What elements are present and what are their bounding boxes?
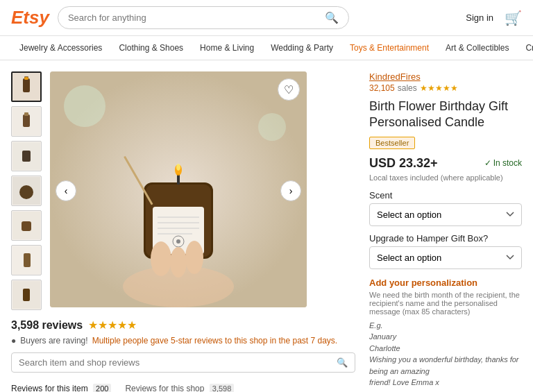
- cart-icon[interactable]: 🛒: [505, 10, 522, 26]
- buyers-raving-static: Buyers are raving!: [20, 336, 87, 346]
- next-image-button[interactable]: ›: [280, 180, 301, 201]
- nav-item-craft[interactable]: Craft Supplies & Tools: [517, 36, 533, 60]
- product-title: Birth Flower Birthday Gift Personalised …: [369, 99, 522, 131]
- reviews-stars: ★★★★★: [88, 318, 137, 332]
- main-image-container: ‹ › ♡: [50, 71, 307, 310]
- nav-item-jewelry[interactable]: Jewelry & Accessories: [11, 36, 110, 60]
- tab-shop-count: 3,598: [210, 384, 235, 392]
- svg-rect-5: [23, 114, 30, 127]
- product-price: USD 23.32+: [369, 156, 438, 171]
- svg-point-36: [258, 113, 286, 141]
- review-search-input[interactable]: [19, 357, 331, 368]
- hamper-label: Upgrade to Hamper Gift Box?: [369, 233, 522, 244]
- svg-rect-14: [24, 253, 31, 267]
- tax-note: Local taxes included (where applicable): [369, 173, 522, 182]
- svg-point-33: [170, 247, 187, 278]
- thumbnail-6[interactable]: [11, 245, 42, 275]
- review-search-icon[interactable]: 🔍: [337, 357, 348, 368]
- thumbnail-7[interactable]: [11, 280, 42, 310]
- buyers-raving-highlight: Multiple people gave 5-star reviews to t…: [92, 336, 338, 346]
- tab-reviews-shop[interactable]: Reviews for this shop 3,598: [125, 380, 234, 392]
- shop-sales: 32,105 sales ★★★★★: [369, 83, 522, 93]
- etsy-logo[interactable]: Etsy: [11, 7, 49, 28]
- tab-item-label: Reviews for this item: [11, 384, 88, 392]
- svg-point-30: [176, 164, 180, 171]
- personalization-example: E.g. January Charlotte Wishing you a won…: [369, 320, 522, 389]
- right-arrow-icon: ›: [289, 185, 293, 196]
- right-panel: KindredFires 32,105 sales ★★★★★ Birth Fl…: [369, 71, 522, 392]
- search-button[interactable]: 🔍: [325, 11, 339, 24]
- tab-item-count: 200: [93, 384, 111, 392]
- thumbnail-4[interactable]: [11, 176, 42, 206]
- nav-item-clothing[interactable]: Clothing & Shoes: [110, 36, 192, 60]
- reviews-section: 3,598 reviews ★★★★★ ● Buyers are raving!…: [11, 318, 355, 392]
- svg-rect-6: [24, 112, 28, 116]
- reviews-header: 3,598 reviews ★★★★★: [11, 318, 355, 332]
- svg-point-35: [64, 85, 105, 127]
- reviews-count: 3,598 reviews: [11, 319, 83, 332]
- hamper-select[interactable]: Select an option: [369, 246, 522, 269]
- svg-rect-8: [22, 151, 31, 162]
- signin-link[interactable]: Sign in: [466, 12, 493, 23]
- search-input[interactable]: [68, 12, 319, 23]
- svg-point-34: [185, 241, 203, 274]
- thumbnail-3[interactable]: [11, 141, 42, 171]
- scent-select[interactable]: Select an option: [369, 203, 522, 226]
- thumbnail-5[interactable]: [11, 210, 42, 241]
- price-row: USD 23.32+ ✓ In stock: [369, 156, 522, 171]
- bestseller-badge: Bestseller: [369, 137, 415, 149]
- thumbnail-1[interactable]: [11, 71, 42, 102]
- main-nav: Jewelry & Accessories Clothing & Shoes H…: [0, 36, 533, 60]
- personalization-section: Add your personalization We need the bir…: [369, 278, 522, 392]
- heart-icon: ♡: [284, 83, 294, 96]
- svg-point-10: [19, 185, 33, 199]
- buyers-raving-banner: ● Buyers are raving! Multiple people gav…: [11, 336, 355, 346]
- personalization-desc: We need the birth month of the recipient…: [369, 291, 522, 316]
- raving-icon: ●: [11, 336, 16, 346]
- svg-rect-16: [23, 289, 30, 301]
- nav-item-wedding[interactable]: Wedding & Party: [262, 36, 341, 60]
- tab-reviews-item[interactable]: Reviews for this item 200: [11, 380, 111, 392]
- review-tabs: Reviews for this item 200 Reviews for th…: [11, 380, 355, 392]
- nav-item-toys[interactable]: Toys & Entertainment: [341, 36, 437, 60]
- search-bar: 🔍: [58, 6, 349, 29]
- header: Etsy 🔍 Sign in 🛒: [0, 0, 533, 36]
- svg-point-27: [176, 239, 180, 244]
- main-content: ‹ › ♡ 3,598 reviews ★★★★★ ● Buyers are r…: [0, 60, 533, 392]
- checkmark-icon: ✓: [484, 158, 491, 168]
- nav-item-home[interactable]: Home & Living: [192, 36, 262, 60]
- tab-shop-label: Reviews for this shop: [125, 384, 204, 392]
- svg-rect-28: [177, 174, 180, 185]
- sales-count: 32,105: [369, 83, 395, 93]
- svg-point-3: [24, 77, 28, 80]
- svg-rect-1: [23, 78, 30, 92]
- shop-name[interactable]: KindredFires: [369, 71, 522, 82]
- favorite-button[interactable]: ♡: [278, 78, 300, 101]
- in-stock-badge: ✓ In stock: [484, 158, 522, 168]
- main-product-image: [50, 71, 307, 307]
- review-search-bar: 🔍: [11, 352, 355, 373]
- left-arrow-icon: ‹: [65, 185, 68, 196]
- personalization-title: Add your personalization: [369, 278, 522, 288]
- shop-stars: ★★★★★: [420, 83, 458, 93]
- thumbnail-list: [11, 71, 44, 310]
- prev-image-button[interactable]: ‹: [56, 180, 76, 201]
- svg-rect-12: [22, 221, 31, 231]
- svg-point-32: [151, 241, 171, 276]
- nav-item-art[interactable]: Art & Collectibles: [437, 36, 517, 60]
- thumbnail-2[interactable]: [11, 106, 42, 137]
- sales-label: sales: [398, 83, 417, 93]
- in-stock-label: In stock: [493, 158, 522, 168]
- header-actions: Sign in 🛒: [466, 10, 522, 26]
- scent-label: Scent: [369, 190, 522, 201]
